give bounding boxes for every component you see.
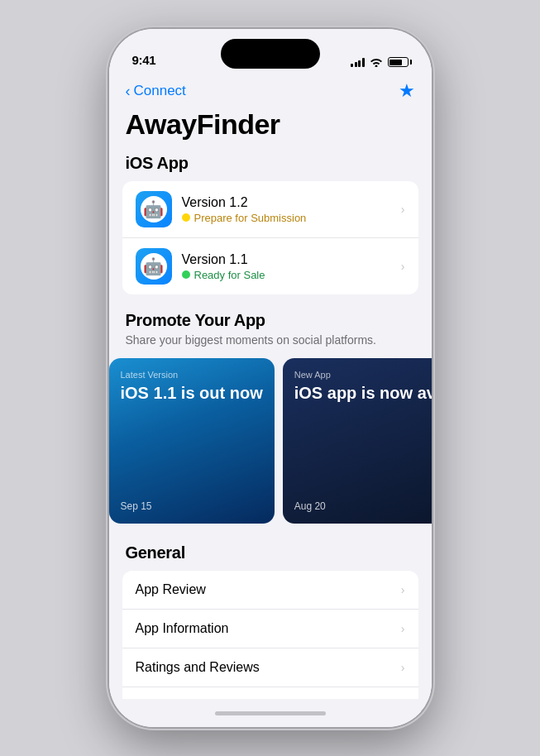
phone-frame: 9:41 ‹ <box>109 29 432 727</box>
promote-subtitle: Share your biggest moments on social pla… <box>126 333 415 347</box>
battery-icon <box>388 57 409 67</box>
promote-card-2-title: iOS app is now available <box>294 383 432 403</box>
versions-group: 🤖 Version 1.2 Prepare for Submission › <box>122 181 418 294</box>
promote-cards[interactable]: Latest Version iOS 1.1 is out now Sep 15… <box>109 358 432 527</box>
promote-card-1-title: iOS 1.1 is out now <box>121 383 263 403</box>
version-item-2[interactable]: 🤖 Version 1.1 Ready for Sale › <box>122 238 418 294</box>
star-button[interactable]: ★ <box>399 80 415 102</box>
general-label: General <box>109 537 432 571</box>
version-status-2: Ready for Sale <box>182 269 401 281</box>
general-item-text-ratings: Ratings and Reviews <box>136 660 401 675</box>
chevron-right-icon-info: › <box>401 622 405 635</box>
version-info-2: Version 1.1 Ready for Sale <box>182 252 401 281</box>
scroll-content[interactable]: ‹ Connect ★ AwayFinder iOS App 🤖 <box>109 74 432 699</box>
general-section: General App Review › App Information › R… <box>109 537 432 699</box>
back-label: Connect <box>134 83 186 99</box>
wifi-icon <box>370 57 383 67</box>
version-status-text-1: Prepare for Submission <box>194 212 307 224</box>
general-item-ratings[interactable]: Ratings and Reviews › <box>122 648 418 687</box>
chevron-right-icon-review: › <box>401 583 405 596</box>
version-name-1: Version 1.2 <box>182 195 401 210</box>
promote-card-2-date: Aug 20 <box>294 500 432 512</box>
version-item-1[interactable]: 🤖 Version 1.2 Prepare for Submission › <box>122 181 418 238</box>
promote-title: Promote Your App <box>126 311 415 330</box>
promote-card-2-label: New App <box>294 370 432 380</box>
chevron-right-icon-1: › <box>401 203 405 216</box>
version-name-2: Version 1.1 <box>182 252 401 267</box>
status-time: 9:41 <box>132 53 156 67</box>
general-item-app-information[interactable]: App Information › <box>122 610 418 648</box>
status-icons <box>351 57 409 67</box>
promote-card-1-date: Sep 15 <box>121 500 263 512</box>
chevron-right-icon-2: › <box>401 260 405 273</box>
app-icon-2: 🤖 <box>136 248 172 285</box>
promote-card-1[interactable]: Latest Version iOS 1.1 is out now Sep 15 <box>109 358 275 524</box>
signal-bars-icon <box>351 57 365 67</box>
home-bar <box>215 711 326 715</box>
back-chevron-icon: ‹ <box>126 84 131 98</box>
app-title: AwayFinder <box>126 108 415 141</box>
version-status-1: Prepare for Submission <box>182 212 401 224</box>
status-dot-yellow <box>182 213 190 222</box>
back-button[interactable]: ‹ Connect <box>126 83 186 99</box>
version-status-text-2: Ready for Sale <box>194 269 265 281</box>
app-icon-face-1: 🤖 <box>143 199 164 219</box>
app-title-section: AwayFinder <box>109 105 432 154</box>
nav-bar: ‹ Connect ★ <box>109 74 432 105</box>
general-item-trends[interactable]: Trends › <box>122 687 418 699</box>
general-group: App Review › App Information › Ratings a… <box>122 571 418 699</box>
general-item-text-info: App Information <box>136 621 401 636</box>
app-icon-inner-2: 🤖 <box>141 253 167 280</box>
app-icon-face-2: 🤖 <box>143 256 164 276</box>
chevron-right-icon-ratings: › <box>401 661 405 674</box>
version-info-1: Version 1.2 Prepare for Submission <box>182 195 401 224</box>
status-dot-green <box>182 270 190 279</box>
app-icon-inner-1: 🤖 <box>141 196 167 222</box>
general-item-text-review: App Review <box>136 582 401 597</box>
promote-card-1-label: Latest Version <box>121 370 263 380</box>
general-item-app-review[interactable]: App Review › <box>122 571 418 610</box>
promote-card-1-top: Latest Version iOS 1.1 is out now <box>121 370 263 403</box>
promote-section: Promote Your App Share your biggest mome… <box>109 311 432 537</box>
promote-card-2[interactable]: New App iOS app is now available Aug 20 <box>283 358 432 524</box>
home-indicator <box>109 699 432 727</box>
app-icon-1: 🤖 <box>136 191 172 227</box>
platform-label: iOS App <box>109 154 432 181</box>
screen: 9:41 ‹ <box>109 29 432 727</box>
promote-card-2-top: New App iOS app is now available <box>294 370 432 403</box>
dynamic-island <box>221 39 320 69</box>
